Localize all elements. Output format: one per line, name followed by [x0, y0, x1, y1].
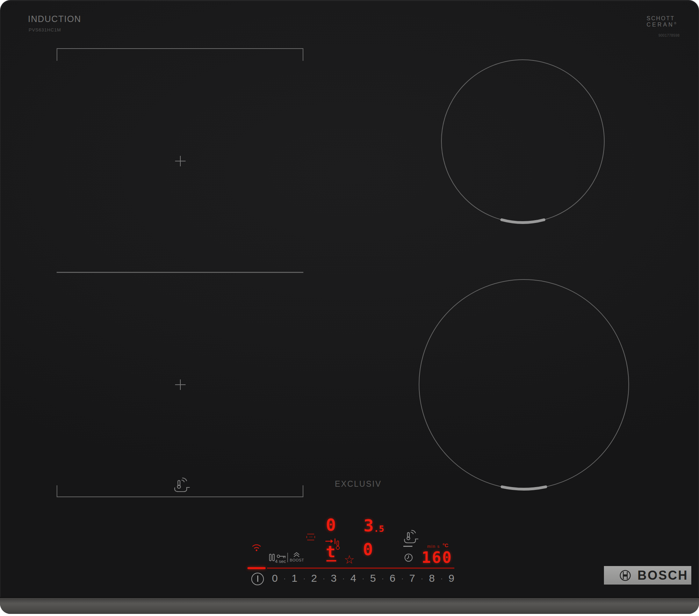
digit-separator: ·: [440, 574, 443, 582]
sensor-pan-key-icon[interactable]: [402, 529, 419, 545]
wifi-icon: [251, 543, 262, 553]
digit-separator: ·: [382, 574, 384, 582]
key-divider: [287, 553, 288, 562]
digit-key-9[interactable]: 9: [448, 572, 454, 584]
pause-key-icon[interactable]: [269, 553, 275, 561]
digit-separator: ·: [401, 574, 404, 582]
digit-separator: ·: [323, 574, 325, 582]
active-segment-line: [247, 567, 266, 569]
digit-key-4[interactable]: 4: [351, 572, 356, 584]
power-level-slider[interactable]: 0 · 1 · 2 · 3 · 4 · 5 · 6 · 7 · 8 · 9: [272, 572, 454, 585]
round-zones-graphic: [0, 0, 699, 616]
flex-zone-char-display[interactable]: t: [326, 544, 336, 560]
digit-separator: ·: [421, 574, 423, 582]
digit-separator: ·: [343, 574, 345, 582]
digit-separator: ·: [362, 574, 365, 582]
timer-unit-temp-label: °C: [442, 542, 448, 548]
digit-key-1[interactable]: 1: [291, 572, 297, 584]
zone-front-left-level-display[interactable]: 0: [326, 516, 336, 533]
digit-separator: ·: [303, 574, 305, 582]
zone-front-right-marker: [502, 487, 546, 489]
bosch-banner: BOSCH: [604, 566, 691, 585]
zone-rear-right-outline: [441, 60, 604, 223]
digit-separator: ·: [283, 574, 286, 582]
pot-position-indicator-icon: [305, 533, 316, 541]
thermometer-icon: [336, 540, 340, 551]
digit-key-8[interactable]: 8: [429, 572, 435, 584]
digit-key-6[interactable]: 6: [390, 572, 396, 584]
timer-value-display[interactable]: 160: [421, 550, 452, 565]
power-bar-icon: [257, 575, 258, 582]
product-photo-canvas: INDUCTION PVS631HC1M SCHOTT CERAN® 90017…: [0, 0, 699, 616]
favorite-star-icon[interactable]: ☆: [344, 553, 354, 565]
timer-clock-icon[interactable]: [404, 553, 413, 562]
digit-key-2[interactable]: 2: [311, 572, 317, 584]
power-button[interactable]: [251, 573, 264, 585]
flex-zone-selected-underline: [326, 560, 336, 561]
front-metal-trim: [0, 597, 699, 614]
bosch-logo-icon: [619, 570, 631, 581]
bosch-wordmark: BOSCH: [637, 568, 688, 583]
digit-key-5[interactable]: 5: [370, 572, 376, 584]
boost-chevrons-icon[interactable]: [293, 552, 300, 558]
zone-rear-right-marker: [502, 220, 544, 223]
zone-rear-right-level-display[interactable]: 0: [363, 541, 373, 558]
timer-unit-time-label: min s: [427, 544, 440, 549]
digit-key-0[interactable]: 0: [272, 572, 278, 584]
digit-key-3[interactable]: 3: [331, 572, 337, 584]
slider-baseline: [267, 567, 454, 569]
lock-delay-label: 4 sec: [275, 559, 286, 564]
sensor-divider-line: [403, 546, 412, 547]
boost-label[interactable]: BOOST: [290, 558, 304, 562]
digit-key-7[interactable]: 7: [409, 572, 415, 584]
zone-front-right-level-display[interactable]: 3 .5: [363, 517, 384, 534]
induction-hob-glass: INDUCTION PVS631HC1M SCHOTT CERAN® 90017…: [0, 0, 699, 614]
series-label: EXCLUSIV: [335, 479, 373, 489]
zone-front-right-outline: [419, 280, 629, 489]
